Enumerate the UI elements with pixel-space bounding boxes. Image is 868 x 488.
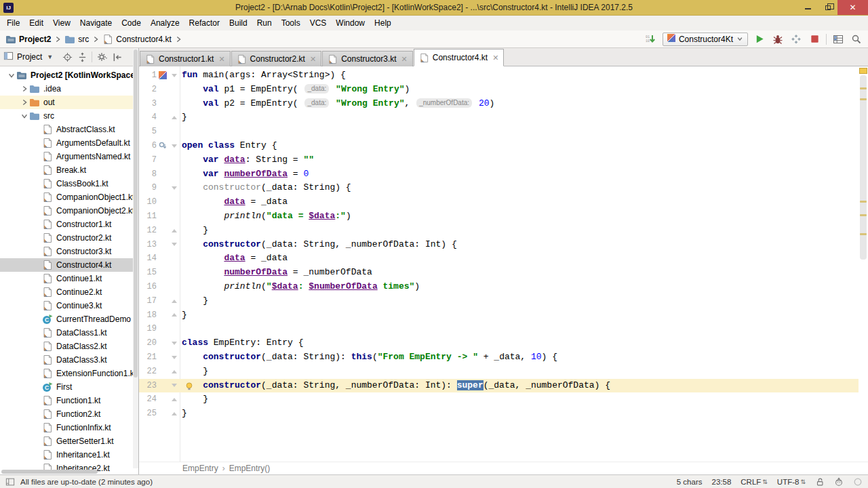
tree-item-first[interactable]: CFirst [0,380,138,394]
gutter-icon-slot[interactable] [157,139,169,153]
tab-close-icon[interactable]: ✕ [492,54,498,62]
locate-file-button[interactable] [62,50,73,64]
tree-chevron-down[interactable] [7,71,16,79]
tool-window-toggle-icon[interactable] [5,477,15,487]
nav-crumb-constructor4-kt[interactable]: Constructor4.kt [102,34,172,45]
tree-item-constructor4-kt[interactable]: Constructor4.kt [0,258,138,272]
tree-item-inheritance1-kt[interactable]: Inheritance1.kt [0,448,138,462]
editor-scrollbar-thumb[interactable] [860,75,867,260]
fold-marker[interactable] [172,74,177,77]
minimize-button[interactable] [798,0,818,15]
tree-vertical-scrollbar-thumb[interactable] [134,49,138,378]
stop-button[interactable] [808,33,821,46]
fold-marker[interactable] [172,243,177,246]
tree-horizontal-scrollbar[interactable] [1,470,98,474]
code-editor[interactable]: 1fun main(args: Array<String>) {2 val p1… [139,66,868,462]
code-text[interactable] [180,322,182,336]
tree-vertical-scrollbar[interactable] [133,48,138,468]
code-text[interactable] [180,125,182,139]
warning-stripe-mark[interactable] [860,201,867,203]
hide-panel-button[interactable] [112,50,123,64]
menu-window[interactable]: Window [331,16,370,30]
tree-item-constructor2-kt[interactable]: Constructor2.kt [0,231,138,245]
menu-analyze[interactable]: Analyze [146,16,184,30]
menu-navigate[interactable]: Navigate [75,16,117,30]
fold-marker[interactable] [172,116,177,119]
code-text[interactable]: open class Entry { [180,139,277,153]
warning-stripe-mark[interactable] [860,214,867,216]
tab-close-icon[interactable]: ✕ [218,55,224,64]
tree-item-extensionfunction1-kt[interactable]: ExtensionFunction1.kt [0,367,138,380]
menu-file[interactable]: File [2,16,24,30]
tree-item-constructor1-kt[interactable]: Constructor1.kt [0,218,138,231]
tree-chevron-right[interactable] [20,98,29,106]
tree-item-abstractclass-kt[interactable]: AbstractClass.kt [0,123,138,136]
menu-run[interactable]: Run [252,16,277,30]
code-text[interactable]: } [180,407,187,421]
tree-item-companionobject2-kt[interactable]: CompanionObject2.kt [0,204,138,218]
menu-help[interactable]: Help [370,16,396,30]
warning-stripe-mark[interactable] [860,98,867,100]
project-view-dropdown[interactable]: ▼ [47,54,53,60]
tree-item-argumentsdefault-kt[interactable]: ArgumentsDefault.kt [0,136,138,150]
code-text[interactable]: var data: String = "" [180,153,314,167]
fold-marker[interactable] [172,313,177,317]
code-text[interactable]: fun main(args: Array<String>) { [180,68,346,83]
tree-item-functioninfix-kt[interactable]: FunctionInfix.kt [0,421,138,434]
tab-constructor2-kt[interactable]: Constructor2.kt✕ [231,51,322,66]
panel-settings-gear-button[interactable] [96,50,108,64]
tree-item-function1-kt[interactable]: Function1.kt [0,394,138,407]
menu-view[interactable]: View [48,16,75,30]
tree-item-gettersetter1-kt[interactable]: GetterSetter1.kt [0,434,138,448]
fold-marker[interactable] [172,300,177,303]
code-text[interactable]: constructor(_data: String, _numberOfData… [180,238,457,252]
tree-item-continue1-kt[interactable]: Continue1.kt [0,272,138,285]
code-text[interactable]: println("$data: $numberOfData times") [180,280,420,294]
breadcrumb-member[interactable]: EmpEntry() [229,464,271,473]
warning-stripe-mark[interactable] [860,233,867,235]
code-text[interactable]: } [180,224,208,238]
edit-run-configurations-button[interactable] [831,33,845,46]
tree-item-out[interactable]: out [0,96,138,109]
menu-vcs[interactable]: VCS [305,16,332,30]
code-text[interactable]: constructor(_data: String) { [180,181,351,195]
tree-item-idea[interactable]: .idea [0,82,138,96]
code-text[interactable]: val p2 = EmpEntry( _data: "Wrong Entry",… [180,97,494,111]
tree-item-classbook1-kt[interactable]: ClassBook1.kt [0,177,138,190]
code-text[interactable]: constructor(_data: String): this("From E… [180,350,557,365]
fold-marker[interactable] [172,384,177,387]
fold-marker[interactable] [172,370,177,373]
menu-build[interactable]: Build [224,16,252,30]
tab-constructor1-kt[interactable]: Constructor1.kt✕ [140,51,231,66]
hector-inspections-icon[interactable] [834,477,844,487]
project-panel-title[interactable]: Project [17,52,42,62]
close-button[interactable]: ✕ [837,0,868,15]
tab-close-icon[interactable]: ✕ [310,55,316,64]
collapse-all-button[interactable] [77,50,88,64]
update-project-button[interactable]: 0110 [644,33,658,46]
tree-chevron-down[interactable] [20,112,29,120]
code-text[interactable]: data = _data [180,195,288,209]
code-text[interactable]: var numberOfData = 0 [180,167,309,182]
editor-scrollbar-marker-bar[interactable] [859,66,868,462]
fold-marker[interactable] [172,342,177,345]
encoding-selector[interactable]: UTF-8⇅ [777,478,806,486]
code-text[interactable]: } [180,110,187,125]
fold-marker[interactable] [172,229,177,232]
menu-tools[interactable]: Tools [277,16,305,30]
code-text[interactable]: val p1 = EmpEntry( _data: "Wrong Entry") [180,83,410,97]
run-configuration-select[interactable]: Constructor4Kt [663,33,748,46]
tree-item-companionobject1-kt[interactable]: CompanionObject1.kt [0,190,138,204]
coverage-button[interactable] [789,33,803,46]
tree-item-function2-kt[interactable]: Function2.kt [0,407,138,421]
line-ending-selector[interactable]: CRLF⇅ [741,478,768,486]
code-text[interactable]: println("data = $data:") [180,209,351,224]
fold-marker[interactable] [172,144,177,148]
caret-position[interactable]: 23:58 [712,478,732,486]
tree-item-continue2-kt[interactable]: Continue2.kt [0,285,138,299]
tree-item-currentthreaddemo[interactable]: CCurrentThreadDemo [0,312,138,326]
tab-constructor3-kt[interactable]: Constructor3.kt✕ [322,51,413,66]
code-text[interactable]: constructor(_data: String, _numberOfData… [180,379,610,393]
tree-item-continue3-kt[interactable]: Continue3.kt [0,299,138,312]
fold-marker[interactable] [172,412,177,415]
